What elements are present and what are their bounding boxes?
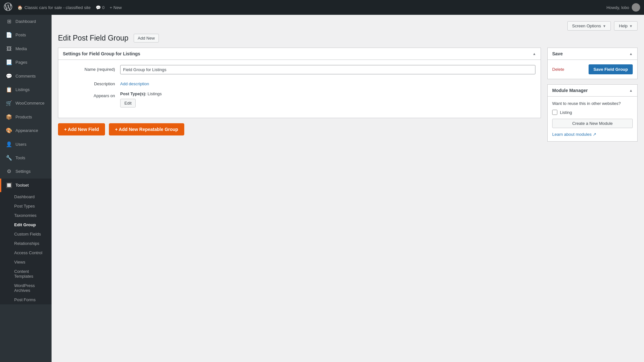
- sidebar-label-woocommerce: WooCommerce: [15, 100, 44, 106]
- submenu-item-edit-group[interactable]: Edit Group: [0, 220, 52, 229]
- settings-icon: ⚙: [6, 168, 12, 175]
- wp-logo-icon[interactable]: [4, 3, 12, 13]
- sidebar-label-dashboard: Dashboard: [15, 19, 36, 24]
- sidebar-item-tools[interactable]: 🔧 Tools: [0, 151, 52, 165]
- add-repeatable-label: + Add New Repeatable Group: [115, 127, 178, 132]
- plus-icon: +: [110, 5, 112, 10]
- add-description-link[interactable]: Add description: [120, 79, 149, 86]
- save-actions: Delete Save Field Group: [552, 64, 633, 74]
- add-new-field-button[interactable]: + Add New Field: [58, 123, 105, 135]
- adminbar-comments[interactable]: 💬 0: [96, 5, 104, 10]
- name-field-row: Name (required): [63, 65, 535, 74]
- listings-icon: 📋: [6, 86, 12, 93]
- edit-button[interactable]: Edit: [120, 99, 136, 107]
- sidebar-item-dashboard[interactable]: ⊞ Dashboard: [0, 15, 52, 28]
- chevron-down-icon: ▼: [602, 24, 606, 28]
- name-input[interactable]: [120, 65, 535, 74]
- save-box-title: Save: [552, 51, 563, 56]
- howdy-text: Howdy, lobo: [606, 5, 629, 10]
- module-collapse-icon: ▲: [629, 88, 633, 92]
- media-icon: 🖼: [6, 45, 12, 52]
- settings-box-header[interactable]: Settings for Field Group for Listings ▲: [58, 48, 541, 60]
- sidebar-item-media[interactable]: 🖼 Media: [0, 42, 52, 56]
- learn-about-modules-link[interactable]: Learn about modules ↗: [552, 132, 633, 137]
- settings-box: Settings for Field Group for Listings ▲ …: [58, 48, 541, 118]
- save-box-body: Delete Save Field Group: [548, 60, 637, 79]
- delete-link[interactable]: Delete: [552, 67, 564, 72]
- sidebar-item-pages[interactable]: 📃 Pages: [0, 56, 52, 69]
- add-new-button[interactable]: Add New: [134, 34, 159, 42]
- save-box: Save ▲ Delete Save Field Group: [547, 48, 638, 79]
- site-home-icon: 🏠: [17, 5, 23, 10]
- sidebar-item-appearance[interactable]: 🎨 Appearance: [0, 124, 52, 137]
- module-manager-body: Want to reuse this in other websites? Li…: [548, 97, 637, 141]
- posts-icon: 📄: [6, 32, 12, 39]
- appears-on-value-wrapper: Post Type(s): Listings Edit: [120, 91, 535, 107]
- comments-count: 0: [102, 5, 104, 10]
- page-title: Edit Post Field Group: [58, 34, 129, 42]
- sidebar-label-pages: Pages: [15, 60, 27, 65]
- sidebar-item-listings[interactable]: 📋 Listings: [0, 83, 52, 97]
- chevron-down-icon-help: ▼: [629, 24, 633, 28]
- submenu-item-post-types[interactable]: Post Types: [0, 201, 52, 211]
- listing-checkbox-label[interactable]: Listing: [560, 110, 572, 115]
- submenu-item-views[interactable]: Views: [0, 257, 52, 267]
- submenu-item-content-templates[interactable]: Content Templates: [0, 267, 52, 281]
- submenu-item-wordpress-archives[interactable]: WordPress Archives: [0, 281, 52, 295]
- submenu-item-taxonomies[interactable]: Taxonomies: [0, 211, 52, 220]
- sidebar-item-toolset[interactable]: 🔲 Toolset: [0, 179, 52, 192]
- new-label: New: [113, 5, 122, 10]
- module-manager-header[interactable]: Module Manager ▲: [548, 85, 637, 97]
- sidebar-label-tools: Tools: [15, 155, 25, 161]
- comments-icon: 💬: [96, 5, 101, 10]
- save-field-group-button[interactable]: Save Field Group: [589, 64, 633, 74]
- save-collapse-icon: ▲: [629, 52, 633, 56]
- sidebar-item-woocommerce[interactable]: 🛒 WooCommerce: [0, 97, 52, 110]
- sidebar-item-posts[interactable]: 📄 Posts: [0, 28, 52, 42]
- adminbar-site[interactable]: 🏠 Classic cars for sale - classified sit…: [17, 5, 91, 10]
- post-types-value: Listings: [148, 91, 162, 96]
- products-icon: 📦: [6, 114, 12, 121]
- settings-box-title: Settings for Field Group for Listings: [63, 51, 140, 56]
- sidebar-label-products: Products: [15, 114, 32, 120]
- sidebar-item-settings[interactable]: ⚙ Settings: [0, 165, 52, 178]
- module-manager-description: Want to reuse this in other websites?: [552, 101, 633, 106]
- submenu-item-post-forms[interactable]: Post Forms: [0, 295, 52, 304]
- create-module-button[interactable]: Create a New Module: [552, 119, 633, 128]
- pages-icon: 📃: [6, 59, 12, 66]
- screen-options-button[interactable]: Screen Options ▼: [567, 21, 611, 31]
- sidebar-label-listings: Listings: [15, 87, 30, 93]
- help-button[interactable]: Help ▼: [614, 21, 638, 31]
- sidebar-label-posts: Posts: [15, 32, 26, 38]
- submenu-item-relationships[interactable]: Relationships: [0, 239, 52, 248]
- sidebar-label-appearance: Appearance: [15, 128, 38, 134]
- sidebar-label-settings: Settings: [15, 169, 31, 174]
- tools-icon: 🔧: [6, 154, 12, 162]
- module-manager-box: Module Manager ▲ Want to reuse this in o…: [547, 84, 638, 142]
- submenu-item-access-control[interactable]: Access Control: [0, 248, 52, 257]
- adminbar-new[interactable]: + New: [110, 5, 122, 10]
- appears-on-text: Post Type(s): Listings: [120, 91, 535, 96]
- toolset-icon: 🔲: [6, 182, 12, 189]
- save-box-header[interactable]: Save ▲: [548, 48, 637, 60]
- listing-checkbox[interactable]: [552, 110, 557, 115]
- sidebar-item-products[interactable]: 📦 Products: [0, 110, 52, 124]
- comments-menu-icon: 💬: [6, 73, 12, 80]
- right-sidebar: Save ▲ Delete Save Field Group Module Ma…: [547, 48, 638, 147]
- sidebar-item-users[interactable]: 👤 Users: [0, 138, 52, 151]
- add-new-repeatable-group-button[interactable]: + Add New Repeatable Group: [109, 123, 184, 135]
- main-panel: Settings for Field Group for Listings ▲ …: [58, 48, 541, 135]
- name-label: Name (required): [63, 65, 115, 72]
- description-link-wrapper: Add description: [120, 79, 535, 86]
- users-icon: 👤: [6, 141, 12, 148]
- submenu-item-custom-fields[interactable]: Custom Fields: [0, 229, 52, 239]
- sidebar-label-toolset: Toolset: [15, 182, 29, 188]
- sidebar-item-comments[interactable]: 💬 Comments: [0, 70, 52, 83]
- appears-on-label: Appears on: [63, 91, 115, 98]
- admin-bar: 🏠 Classic cars for sale - classified sit…: [0, 0, 644, 15]
- avatar: [632, 3, 640, 12]
- sidebar-label-media: Media: [15, 46, 27, 52]
- adminbar-right: Howdy, lobo: [606, 3, 640, 12]
- appearance-icon: 🎨: [6, 127, 12, 134]
- submenu-item-dashboard[interactable]: Dashboard: [0, 192, 52, 201]
